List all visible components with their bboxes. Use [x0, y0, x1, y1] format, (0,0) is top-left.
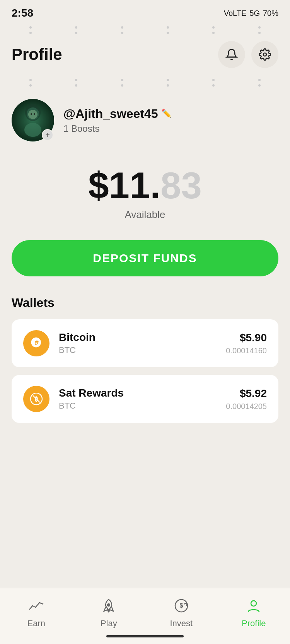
battery-icon: 70% [263, 9, 278, 18]
signal-icon: 5G [249, 9, 260, 18]
invest-icon: $ [172, 596, 191, 615]
avatar-wrap[interactable]: + [12, 99, 54, 141]
balance-whole: $11. [88, 165, 160, 206]
svg-point-11 [107, 604, 110, 606]
earn-label: Earn [27, 618, 45, 629]
svg-point-5 [28, 110, 38, 119]
wallets-section: Wallets Bitcoin BTC $5.90 0.00014160 ₿ S… [0, 292, 290, 442]
svg-point-7 [34, 113, 35, 115]
profile-username: @Ajith_sweet45 ✏️ [63, 107, 172, 121]
bitcoin-symbol: BTC [59, 345, 226, 355]
header-actions [218, 41, 278, 68]
status-icons: VoLTE 5G 70% [224, 9, 278, 18]
svg-text:$: $ [179, 602, 183, 609]
invest-label: Invest [170, 618, 193, 629]
sat-rewards-wallet-card[interactable]: ₿ Sat Rewards BTC $5.92 0.00014205 [12, 375, 278, 423]
deposit-funds-button[interactable]: DEPOSIT FUNDS [12, 240, 278, 276]
balance-cents: 83 [160, 165, 202, 206]
page-title: Profile [12, 45, 62, 64]
svg-point-0 [263, 53, 266, 56]
notification-button[interactable] [218, 41, 245, 68]
bitcoin-balance: $5.90 0.00014160 [226, 332, 267, 355]
svg-point-6 [31, 113, 32, 115]
header: Profile [0, 37, 290, 76]
sat-rewards-wallet-info: Sat Rewards BTC [59, 387, 226, 411]
deposit-section: DEPOSIT FUNDS [0, 232, 290, 292]
bitcoin-usd: $5.90 [226, 332, 267, 344]
sat-rewards-btc: 0.00014205 [226, 402, 267, 411]
gear-icon [259, 48, 271, 61]
profile-nav-icon [244, 596, 263, 615]
profile-boosts: 1 Boosts [63, 123, 172, 134]
network-icon: VoLTE [224, 9, 247, 18]
sat-rewards-icon: ₿ [23, 386, 49, 412]
dots-decoration-top [0, 23, 290, 37]
add-photo-button[interactable]: + [42, 129, 53, 141]
play-icon [99, 596, 118, 615]
svg-point-15 [251, 601, 256, 606]
wallets-title: Wallets [12, 296, 278, 310]
home-bar [106, 635, 184, 637]
status-time: 2:58 [12, 7, 33, 19]
bitcoin-icon [23, 330, 49, 356]
svg-line-14 [184, 603, 187, 604]
status-bar: 2:58 VoLTE 5G 70% [0, 0, 290, 23]
bitcoin-wallet-card[interactable]: Bitcoin BTC $5.90 0.00014160 [12, 319, 278, 367]
home-indicator [0, 629, 290, 644]
bitcoin-wallet-info: Bitcoin BTC [59, 331, 226, 355]
sat-rewards-balance: $5.92 0.00014205 [226, 387, 267, 411]
balance-section: $11.83 Available [0, 148, 290, 232]
dots-decoration-mid [0, 76, 290, 90]
earn-icon [27, 596, 46, 615]
balance-amount: $11.83 [12, 167, 278, 204]
nav-profile[interactable]: Profile [218, 596, 290, 629]
sat-rewards-usd: $5.92 [226, 387, 267, 400]
profile-label: Profile [242, 618, 266, 629]
play-label: Play [101, 618, 117, 629]
settings-button[interactable] [251, 41, 278, 68]
balance-label: Available [12, 209, 278, 221]
profile-section: + @Ajith_sweet45 ✏️ 1 Boosts [0, 90, 290, 148]
bell-icon [225, 48, 238, 61]
sat-rewards-name: Sat Rewards [59, 387, 226, 399]
bitcoin-btc: 0.00014160 [226, 346, 267, 355]
profile-info: @Ajith_sweet45 ✏️ 1 Boosts [63, 107, 172, 134]
nav-earn[interactable]: Earn [0, 596, 73, 629]
edit-username-icon[interactable]: ✏️ [161, 109, 172, 119]
svg-point-3 [24, 123, 41, 137]
nav-invest[interactable]: $ Invest [145, 596, 218, 629]
nav-play[interactable]: Play [73, 596, 145, 629]
sat-rewards-symbol: BTC [59, 401, 226, 411]
bitcoin-name: Bitcoin [59, 331, 226, 344]
